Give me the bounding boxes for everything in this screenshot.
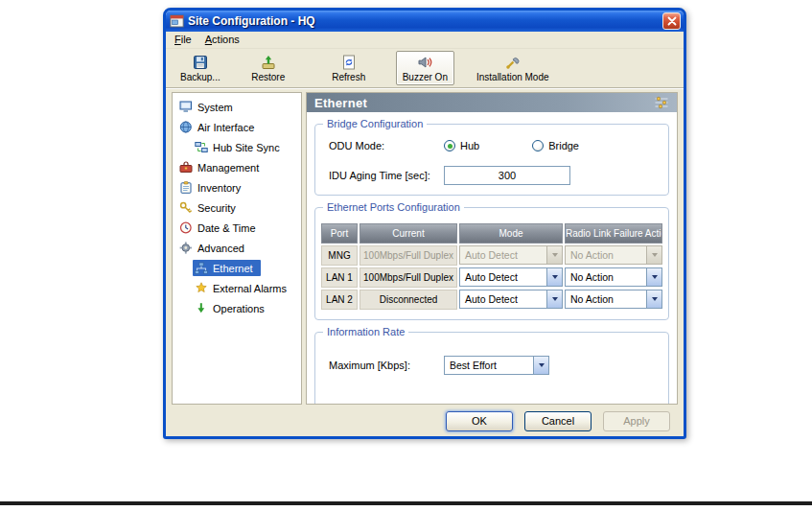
cancel-button[interactable]: Cancel: [524, 411, 592, 431]
backup-icon: [193, 55, 208, 70]
sidebar-item-ethernet[interactable]: Ethernet: [173, 258, 301, 278]
port-cell: LAN 2: [321, 290, 358, 310]
menubar: File Actions: [166, 32, 684, 49]
sidebar-item-label: Ethernet: [213, 263, 253, 274]
bridge-configuration-group: Bridge Configuration ODU Mode: Hub Bridg…: [314, 124, 669, 196]
levels-icon: [654, 96, 669, 109]
sidebar-item-label: External Alarms: [213, 283, 287, 294]
air-interface-icon: [179, 121, 193, 133]
column-header: Radio Link Failure Action: [565, 223, 662, 244]
lan2-mode-dropdown[interactable]: Auto Detect: [459, 290, 563, 309]
radio-label: Hub: [460, 140, 479, 151]
backup-button[interactable]: Backup...: [174, 51, 227, 85]
column-header: Current: [360, 223, 457, 244]
inventory-icon: [179, 181, 193, 194]
content-area: System Air Interface Hub Site Sync Manag…: [166, 88, 684, 405]
external-alarms-icon: [195, 282, 208, 294]
installation-mode-button[interactable]: Installation Mode: [470, 51, 556, 85]
desktop: Site Configuration - HQ File Actions Bac…: [0, 0, 812, 511]
sidebar-item-management[interactable]: Management: [173, 157, 301, 177]
menu-file[interactable]: File: [168, 32, 198, 48]
chevron-down-icon: [646, 246, 661, 264]
column-header: Port: [321, 223, 358, 244]
dropdown-value: Best Effort: [445, 357, 533, 374]
refresh-icon: [341, 55, 357, 70]
panel-title: Ethernet: [314, 96, 367, 110]
dropdown-value: No Action: [566, 268, 646, 286]
close-icon: [667, 16, 677, 26]
maximum-kbps-dropdown[interactable]: Best Effort: [444, 356, 549, 375]
lan1-failure-action-dropdown[interactable]: No Action: [565, 267, 662, 287]
advanced-icon: [179, 242, 193, 254]
hub-site-sync-icon: [195, 141, 208, 153]
sidebar-item-external-alarms[interactable]: External Alarms: [173, 278, 301, 298]
window-title: Site Configuration - HQ: [188, 14, 315, 28]
mng-mode-dropdown: Auto Detect: [459, 245, 563, 265]
idu-aging-time-input[interactable]: [444, 166, 570, 185]
site-configuration-window: Site Configuration - HQ File Actions Bac…: [163, 8, 686, 439]
system-icon: [179, 101, 193, 113]
sidebar-item-label: System: [197, 102, 233, 113]
operations-icon: [195, 302, 208, 314]
buzzer-on-label: Buzzer On: [403, 72, 448, 82]
group-title: Ethernet Ports Configuration: [323, 201, 464, 213]
current-cell: 100Mbps/Full Duplex: [360, 245, 457, 266]
restore-icon: [261, 55, 276, 70]
port-cell: MNG: [321, 245, 358, 266]
ok-button[interactable]: OK: [446, 411, 513, 431]
refresh-label: Refresh: [332, 72, 365, 82]
lan2-failure-action-dropdown[interactable]: No Action: [565, 290, 662, 309]
apply-button[interactable]: Apply: [603, 411, 670, 431]
sidebar-item-date-time[interactable]: Date & Time: [173, 218, 301, 238]
buzzer-icon: [417, 55, 432, 70]
dropdown-value: No Action: [566, 246, 646, 264]
sidebar-item-hub-site-sync[interactable]: Hub Site Sync: [173, 137, 301, 157]
security-icon: [179, 201, 193, 214]
sidebar-item-label: Advanced: [197, 243, 244, 254]
sidebar-item-label: Date & Time: [197, 222, 256, 234]
management-icon: [179, 161, 193, 174]
radio-icon: [444, 140, 455, 151]
navigation-tree: System Air Interface Hub Site Sync Manag…: [172, 92, 302, 405]
chevron-down-icon: [646, 290, 661, 308]
refresh-button[interactable]: Refresh: [323, 51, 375, 85]
group-title: Information Rate: [323, 326, 408, 337]
dropdown-value: Auto Detect: [460, 268, 546, 286]
ethernet-icon: [195, 262, 208, 274]
chevron-down-icon: [646, 268, 661, 286]
sidebar-item-system[interactable]: System: [173, 97, 301, 117]
buzzer-on-button[interactable]: Buzzer On: [396, 51, 454, 85]
sidebar-item-inventory[interactable]: Inventory: [173, 177, 301, 197]
bottom-rule: [0, 501, 812, 505]
sidebar-item-label: Management: [197, 162, 259, 174]
sidebar-item-label: Security: [197, 202, 236, 214]
date-time-icon: [179, 221, 193, 234]
sidebar-item-air-interface[interactable]: Air Interface: [173, 117, 301, 137]
panel-header: Ethernet: [307, 93, 677, 112]
installation-mode-label: Installation Mode: [476, 72, 549, 82]
sidebar-item-security[interactable]: Security: [173, 197, 301, 218]
lan1-mode-dropdown[interactable]: Auto Detect: [459, 267, 563, 287]
chevron-down-icon: [533, 357, 548, 374]
toolbar: Backup... Restore Refresh Buzzer On: [166, 49, 684, 88]
current-cell: 100Mbps/Full Duplex: [360, 267, 457, 288]
restore-label: Restore: [251, 72, 285, 82]
port-cell: LAN 1: [321, 267, 358, 288]
group-title: Bridge Configuration: [323, 118, 427, 129]
radio-label: Bridge: [548, 140, 579, 151]
menu-actions[interactable]: Actions: [198, 32, 246, 48]
column-header: Mode: [459, 223, 563, 244]
sidebar-item-advanced[interactable]: Advanced: [173, 238, 301, 258]
sidebar-item-label: Air Interface: [197, 122, 254, 133]
dropdown-value: Auto Detect: [460, 246, 546, 264]
close-button[interactable]: [662, 12, 681, 30]
installation-icon: [505, 55, 521, 70]
odu-mode-bridge-radio[interactable]: Bridge: [532, 140, 579, 151]
odu-mode-hub-radio[interactable]: Hub: [444, 140, 479, 151]
sidebar-item-label: Operations: [213, 303, 265, 314]
titlebar[interactable]: Site Configuration - HQ: [166, 11, 684, 32]
radio-icon: [532, 140, 544, 151]
restore-button[interactable]: Restore: [243, 51, 294, 85]
ports-table: Port Current Mode Radio Link Failure Act…: [321, 223, 662, 310]
sidebar-item-operations[interactable]: Operations: [173, 298, 301, 318]
